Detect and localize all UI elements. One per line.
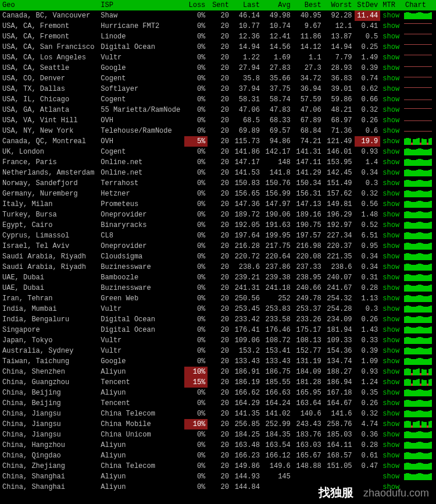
mtr-show-link[interactable]: show — [380, 136, 403, 147]
cell-worst: 181.94 — [324, 325, 355, 335]
mtr-show-link[interactable]: show — [380, 230, 403, 241]
cell-worst: 12.1 — [324, 21, 355, 31]
mtr-show-link[interactable]: show — [380, 241, 403, 251]
header-sent[interactable]: Sent — [208, 0, 231, 10]
cell-stdev: 0.28 — [355, 440, 381, 450]
mtr-show-link[interactable]: show — [380, 42, 403, 52]
mtr-show-link[interactable]: show — [380, 147, 403, 157]
cell-sent: 20 — [208, 471, 231, 482]
cell-loss: 0% — [184, 21, 208, 31]
mtr-show-link[interactable]: show — [380, 450, 403, 461]
mtr-show-link[interactable]: show — [380, 251, 403, 262]
cell-avg: 252.99 — [262, 419, 293, 430]
mtr-show-link[interactable]: show — [380, 398, 403, 409]
mtr-show-link[interactable]: show — [380, 157, 403, 168]
cell-best: 163.03 — [293, 440, 324, 450]
table-row: USA, GA, Atlanta55 Marietta/RamNode0%204… — [0, 105, 436, 115]
cell-avg: 190.06 — [262, 210, 293, 220]
mtr-show-link[interactable]: show — [380, 210, 403, 220]
cell-chart — [403, 105, 436, 115]
mtr-show-link[interactable]: show — [380, 314, 403, 325]
cell-chart — [403, 94, 436, 105]
mtr-show-link[interactable]: show — [380, 356, 403, 367]
mtr-show-link[interactable]: show — [380, 262, 403, 272]
table-row: China, BeijingAliyun0%20166.62166.63165.… — [0, 388, 436, 398]
header-isp[interactable]: ISP — [98, 0, 184, 10]
cell-stdev: 6.51 — [355, 230, 381, 241]
mtr-show-link[interactable]: show — [380, 388, 403, 398]
mtr-show-link[interactable]: show — [380, 272, 403, 283]
mtr-show-link[interactable]: show — [380, 31, 403, 42]
mtr-show-link[interactable]: show — [380, 63, 403, 73]
mtr-show-link[interactable]: show — [380, 346, 403, 356]
mtr-show-link[interactable]: show — [380, 189, 403, 199]
cell-chart — [403, 21, 436, 31]
mtr-show-link[interactable]: show — [380, 168, 403, 178]
cell-stdev: 0.3 — [355, 178, 381, 189]
mtr-show-link[interactable]: show — [380, 409, 403, 419]
cell-isp: CL8 — [98, 230, 184, 241]
cell-worst: 149.81 — [324, 199, 355, 210]
cell-stdev: 0.56 — [355, 199, 381, 210]
mtr-show-link[interactable]: show — [380, 419, 403, 430]
table-row: USA, CA, San FranciscoDigital Ocean0%201… — [0, 42, 436, 52]
header-best[interactable]: Best — [293, 0, 324, 10]
header-avg[interactable]: Avg — [262, 0, 293, 10]
cell-last: 192.05 — [231, 220, 262, 230]
mtr-show-link[interactable]: show — [380, 430, 403, 440]
cell-loss: 0% — [184, 482, 208, 492]
header-worst[interactable]: Worst — [324, 0, 355, 10]
mtr-show-link[interactable]: show — [380, 105, 403, 115]
table-row: China, ShenzhenAliyun10%20186.91186.7518… — [0, 367, 436, 377]
header-stdev[interactable]: StDev — [355, 0, 381, 10]
cell-isp: Prometeus — [98, 199, 184, 210]
cell-last: 186.91 — [231, 367, 262, 377]
mtr-show-link[interactable]: show — [380, 94, 403, 105]
mtr-show-link[interactable]: show — [380, 10, 403, 21]
table-row: Cyprus, LimassolCL80%20197.64199.95197.5… — [0, 230, 436, 241]
mtr-show-link[interactable]: show — [380, 220, 403, 230]
cell-sent: 20 — [208, 31, 231, 42]
cell-chart — [403, 199, 436, 210]
mtr-show-link[interactable]: show — [380, 73, 403, 84]
cell-sent: 20 — [208, 262, 231, 272]
header-mtr[interactable]: MTR — [380, 0, 403, 10]
mtr-show-link[interactable]: show — [380, 21, 403, 31]
header-last[interactable]: Last — [231, 0, 262, 10]
mtr-show-link[interactable]: show — [380, 115, 403, 126]
cell-last: 166.23 — [231, 450, 262, 461]
mtr-show-link[interactable]: show — [380, 461, 403, 471]
mtr-show-link[interactable]: show — [380, 283, 403, 293]
cell-sent: 20 — [208, 168, 231, 178]
mtr-show-link[interactable]: show — [380, 304, 403, 314]
cell-best: 11.86 — [293, 31, 324, 42]
mtr-show-link[interactable]: show — [380, 84, 403, 94]
mtr-show-link[interactable]: show — [380, 440, 403, 450]
cell-worst: 48.21 — [324, 105, 355, 115]
mtr-show-link[interactable]: show — [380, 199, 403, 210]
header-loss[interactable]: Loss — [184, 0, 208, 10]
header-geo[interactable]: Geo — [0, 0, 98, 10]
mtr-show-link[interactable]: show — [380, 126, 403, 136]
mtr-show-link[interactable]: show — [380, 335, 403, 346]
cell-sent: 20 — [208, 377, 231, 388]
cell-loss: 0% — [184, 94, 208, 105]
mtr-show-link[interactable]: show — [380, 377, 403, 388]
header-chart[interactable]: Chart — [403, 0, 436, 10]
table-row: China, GuangzhouTencent15%20186.19185.55… — [0, 377, 436, 388]
cell-stdev: 1.48 — [355, 210, 381, 220]
cell-stdev: 1.49 — [355, 52, 381, 63]
cell-loss: 0% — [184, 84, 208, 94]
cell-best: 253.37 — [293, 304, 324, 314]
cell-sent: 20 — [208, 304, 231, 314]
mtr-show-link[interactable]: show — [380, 178, 403, 189]
mtr-show-link[interactable]: show — [380, 52, 403, 63]
mtr-show-link[interactable]: show — [380, 367, 403, 377]
cell-sent: 20 — [208, 388, 231, 398]
mtr-show-link[interactable]: show — [380, 293, 403, 304]
mtr-show-link[interactable]: show — [380, 482, 403, 492]
mtr-show-link[interactable]: show — [380, 471, 403, 482]
mtr-show-link[interactable]: show — [380, 325, 403, 335]
cell-worst: 59.86 — [324, 94, 355, 105]
cell-best: 141.31 — [293, 147, 324, 157]
